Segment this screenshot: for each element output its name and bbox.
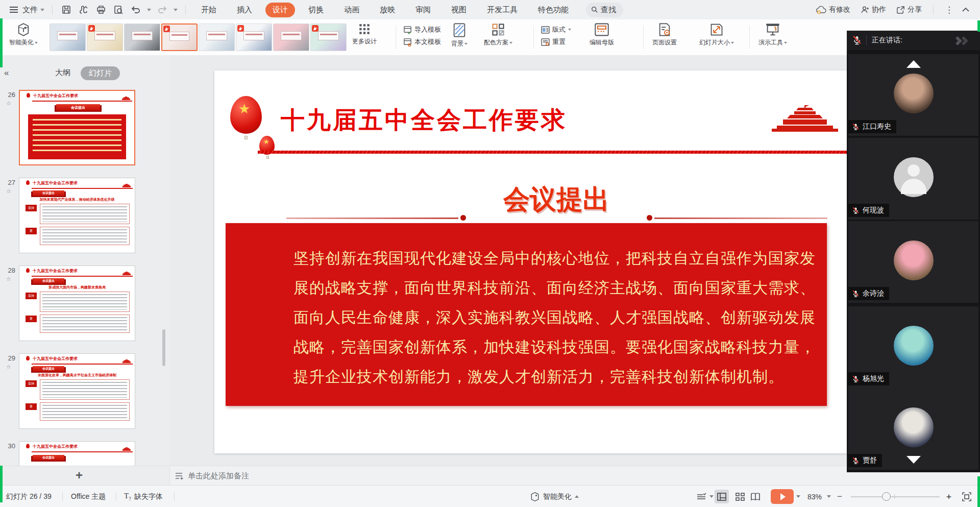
print-preview-icon[interactable]: [113, 5, 124, 15]
meeting-header: 正在讲话:: [847, 31, 980, 50]
notes-bar[interactable]: 单击此处添加备注: [169, 466, 847, 486]
smart-beautify-button[interactable]: 智能美化: [9, 22, 38, 47]
template-thumbnail-4[interactable]: [161, 23, 198, 51]
template-thumbnail-5[interactable]: [199, 23, 235, 51]
add-slide-button[interactable]: +: [76, 468, 83, 482]
reset-button[interactable]: 重置: [541, 37, 571, 46]
template-thumbnail-7[interactable]: [273, 23, 309, 51]
save-icon[interactable]: [61, 5, 71, 15]
print-icon[interactable]: [96, 5, 106, 15]
export-icon[interactable]: [79, 5, 89, 15]
zoom-slider-track[interactable]: [851, 496, 940, 497]
file-menu[interactable]: 文件: [22, 5, 38, 15]
participant-tile-2[interactable]: 何现波: [848, 138, 978, 220]
slide-title[interactable]: 十九届五中全会工作要求: [281, 104, 567, 136]
menu-tab-1[interactable]: 开始: [194, 3, 224, 17]
menu-tab-2[interactable]: 插入: [230, 3, 259, 17]
edit-master-label: 编辑母版: [590, 38, 614, 47]
undo-icon[interactable]: [131, 5, 141, 15]
missing-font-button[interactable]: T? 缺失字体: [124, 486, 163, 507]
slide-size-icon: [709, 22, 724, 37]
menu-tab-9[interactable]: 开发工具: [480, 3, 525, 17]
quick-access-caret[interactable]: [174, 9, 178, 11]
slideshow-play-button[interactable]: [771, 489, 794, 504]
modified-status[interactable]: 有修改: [812, 5, 854, 14]
template-thumbnail-8[interactable]: [310, 23, 347, 51]
menu-tab-3[interactable]: 设计: [265, 3, 295, 17]
slide-thumbnail-26[interactable]: 十九届五中全会工作要求会议提出: [19, 90, 135, 165]
mini-title-line: [32, 276, 133, 277]
template-thumbnail-2[interactable]: [87, 23, 123, 51]
tab-outline[interactable]: 大纲: [55, 68, 70, 78]
slide-number-28: 28: [3, 267, 15, 274]
divider: [185, 5, 186, 14]
template-thumbnail-6[interactable]: [236, 23, 272, 51]
layout-button[interactable]: 版式: [541, 25, 571, 34]
fit-screen-button[interactable]: [960, 490, 974, 503]
template-preview-block: [94, 31, 115, 40]
edit-master-button[interactable]: 编辑母版: [590, 22, 614, 47]
mini-slide-title: 十九届五中全会工作要求: [33, 444, 78, 449]
panel-scrollbar[interactable]: [162, 329, 165, 366]
background-button[interactable]: 背景: [451, 22, 468, 48]
redo-icon[interactable]: [157, 5, 167, 15]
mic-muted-icon[interactable]: [852, 35, 862, 45]
undo-caret[interactable]: [147, 9, 151, 11]
menu-tab-6[interactable]: 放映: [373, 3, 402, 17]
slide-26[interactable]: ★ ★ 十九届五中全会工作要求: [214, 70, 847, 453]
zoom-slider-knob[interactable]: [882, 492, 891, 501]
screen-share-border: [977, 20, 980, 32]
zoom-out-button[interactable]: −: [837, 486, 842, 507]
color-scheme-button[interactable]: 配色方案: [484, 22, 512, 47]
menu-tab-5[interactable]: 动画: [337, 3, 366, 17]
share-button[interactable]: 分享: [892, 5, 926, 14]
mini-ribbon: 会议提出: [33, 366, 64, 372]
participant-tile-4[interactable]: 杨旭光: [848, 306, 978, 388]
file-menu-caret[interactable]: [40, 9, 44, 11]
play-options-caret[interactable]: [796, 495, 800, 498]
slide-sorter-button[interactable]: [733, 490, 747, 503]
content-red-box[interactable]: 坚持创新在我国现代化建设全局中的核心地位，把科技自立自强作为国家发 展的战略支撑…: [226, 223, 827, 406]
slide-thumbnail-28[interactable]: 十九届五中全会工作要求会议提出形成强大国内市场，构建新发展格局坚持要: [19, 265, 135, 341]
import-template-button[interactable]: 导入模板: [403, 25, 441, 34]
slide-thumbnail-30[interactable]: 十九届五中全会工作要求会议提出: [19, 441, 135, 466]
find-button[interactable]: 查找: [586, 3, 623, 17]
menu-tab-10[interactable]: 特色功能: [531, 3, 576, 17]
reading-view-icon: [750, 493, 761, 501]
participant-tile-3[interactable]: 余诗浍: [848, 221, 978, 303]
notes-toggle-caret[interactable]: [709, 495, 714, 498]
zoom-percent[interactable]: 83%: [807, 486, 822, 507]
animation-star-icon: ☆: [6, 100, 15, 107]
theme-name[interactable]: Office 主题: [71, 486, 106, 507]
doc-template-button[interactable]: 本文模板: [403, 37, 441, 46]
status-beautify-button[interactable]: 智能美化: [530, 486, 579, 507]
tab-slides[interactable]: 幻灯片: [81, 66, 120, 80]
slide-body-text: 坚持创新在我国现代化建设全局中的核心地位，把科技自立自强作为国家发 展的战略支撑…: [293, 244, 820, 392]
hamburger-menu-icon[interactable]: [9, 5, 19, 15]
collaborate-button[interactable]: 协作: [856, 5, 890, 14]
section-heading[interactable]: 会议提出: [500, 182, 612, 218]
collapse-ribbon-icon[interactable]: [962, 7, 970, 12]
slide-thumbnail-29[interactable]: 十九届五中全会工作要求会议提出全面深化改革，构建高水平社会主义市场经济体制坚持要: [19, 353, 135, 429]
collaborate-label: 协作: [872, 5, 886, 14]
template-thumbnail-3[interactable]: [124, 23, 160, 51]
slide-thumbnail-27[interactable]: 十九届五中全会工作要求会议提出加快发展现代产业体系，推动经济体系优化升级坚持要: [19, 178, 135, 253]
template-thumbnail-1[interactable]: [50, 23, 86, 51]
menu-tab-7[interactable]: 审阅: [408, 3, 438, 17]
present-tools-button[interactable]: 演示工具: [758, 22, 787, 47]
zoom-in-button[interactable]: +: [946, 486, 951, 507]
mini-title-line: [32, 188, 133, 189]
menu-tab-4[interactable]: 切换: [301, 3, 331, 17]
normal-view-button[interactable]: [715, 490, 729, 503]
slide-size-button[interactable]: 幻灯片大小: [699, 22, 734, 47]
scroll-up-arrow[interactable]: [906, 60, 921, 68]
scroll-down-arrow[interactable]: [906, 456, 921, 464]
reading-view-button[interactable]: [748, 490, 763, 503]
more-designs-button[interactable]: 更多设计: [352, 22, 377, 46]
zoom-caret[interactable]: [827, 495, 831, 498]
menu-tab-8[interactable]: 视图: [444, 3, 474, 17]
notes-toggle-button[interactable]: [696, 486, 706, 507]
collapse-panel-button[interactable]: «: [4, 68, 9, 78]
more-options-icon[interactable]: ⋮: [941, 5, 958, 15]
page-setup-button[interactable]: 页面设置: [652, 22, 677, 47]
